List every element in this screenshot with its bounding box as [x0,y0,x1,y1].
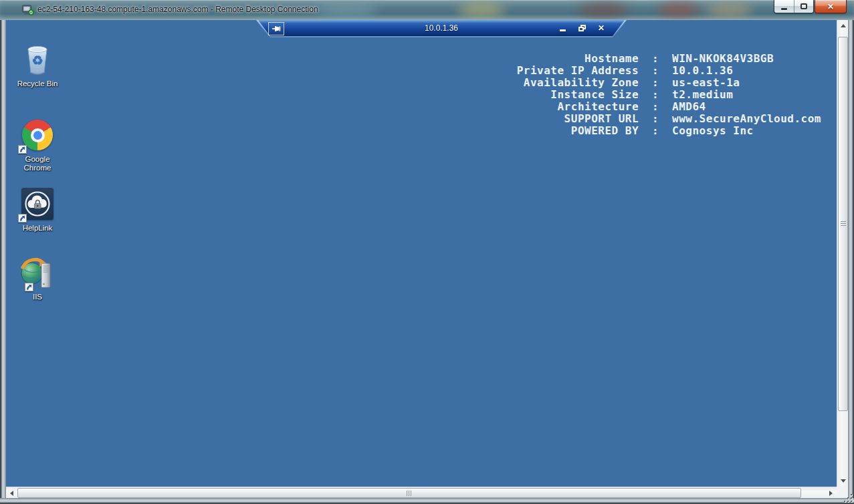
desktop-icon-helplink[interactable]: HelpLink [11,187,64,233]
window-titlebar[interactable]: ec2-54-210-163-48.compute-1.amazonaws.co… [0,0,854,20]
shortcut-arrow-icon [18,145,27,154]
icon-label: Recycle Bin [11,80,64,88]
info-row-powered-by: POWERED BY:Cognosys Inc [510,125,821,137]
arrow-right-icon [829,491,833,496]
connbar-close-button[interactable]: ✕ [596,23,607,33]
info-row-architecture: Architecture:AMD64 [510,101,821,113]
vertical-scrollbar[interactable] [837,20,848,487]
desktop-icon-google-chrome[interactable]: Google Chrome [11,118,64,172]
minimize-button[interactable] [774,0,794,13]
restore-icon [578,25,586,31]
horizontal-scrollbar-thumb[interactable] [17,488,801,498]
shortcut-arrow-icon [25,283,33,291]
maximize-button[interactable] [794,0,813,13]
aero-blur-decoration [659,3,699,17]
remote-desktop-viewport: 10.0.1.36 ✕ Hostname:WIN-NKOK84V3BGB Pri… [6,20,837,487]
aero-blur-decoration [706,3,752,17]
rdp-connection-bar[interactable]: 10.0.1.36 ✕ [256,20,627,37]
aero-blur-decoration [578,3,629,17]
horizontal-scrollbar[interactable] [6,487,837,498]
maximize-icon [800,3,807,9]
minmax-group [774,0,814,13]
window-border-right[interactable] [848,20,854,504]
connection-bar-controls: ✕ [557,23,607,33]
system-info-overlay: Hostname:WIN-NKOK84V3BGB Private IP Addr… [510,53,821,137]
arrow-left-icon [10,491,13,496]
icon-label: IIS [11,293,64,301]
arrow-down-icon [841,479,846,483]
scroll-left-button[interactable] [6,487,17,499]
scroll-down-button[interactable] [837,475,849,487]
info-row-private-ip: Private IP Address:10.0.1.36 [510,65,821,77]
info-row-availability-zone: Availability Zone:us-east-1a [510,77,821,89]
minimize-icon [560,29,566,31]
google-chrome-icon [19,118,56,153]
scrollbar-grip-icon [841,221,846,227]
desktop-icon-recycle-bin[interactable]: ♻ Recycle Bin [11,43,64,88]
close-icon: ✕ [827,3,834,11]
arrow-up-icon [841,24,846,27]
aero-blur-decoration [458,3,505,17]
aero-blur-decoration [314,3,378,17]
connbar-restore-button[interactable] [576,23,587,33]
scroll-right-button[interactable] [825,487,837,499]
icon-label: Google Chrome [20,155,55,172]
window-border-bottom[interactable] [0,498,854,504]
close-button[interactable]: ✕ [815,0,847,13]
scrollbar-grip-icon [407,491,412,496]
info-row-hostname: Hostname:WIN-NKOK84V3BGB [510,53,821,65]
window-title: ec2-54-210-163-48.compute-1.amazonaws.co… [37,0,318,19]
recycle-bin-icon: ♻ [19,43,56,78]
shortcut-arrow-icon [18,214,27,223]
recycle-symbol: ♻ [31,53,43,68]
caption-buttons: ✕ [774,0,847,13]
desktop-icon-iis[interactable]: IIS [11,256,64,301]
icon-label: HelpLink [11,224,64,233]
scroll-up-button[interactable] [837,20,849,31]
cloud-lock-icon [19,187,56,222]
window-border-left[interactable] [0,20,6,504]
info-row-instance-size: Instance Size:t2.medium [510,89,821,101]
close-icon: ✕ [598,24,605,32]
vertical-scrollbar-thumb[interactable] [838,37,848,411]
globe-server-icon [19,256,56,291]
resize-grip[interactable] [844,494,852,502]
info-row-support-url: SUPPORT URL:www.SecureAnyCloud.com [510,113,821,125]
remote-desktop-icon[interactable] [22,5,34,15]
minimize-icon [781,8,787,10]
connbar-minimize-button[interactable] [557,23,568,33]
